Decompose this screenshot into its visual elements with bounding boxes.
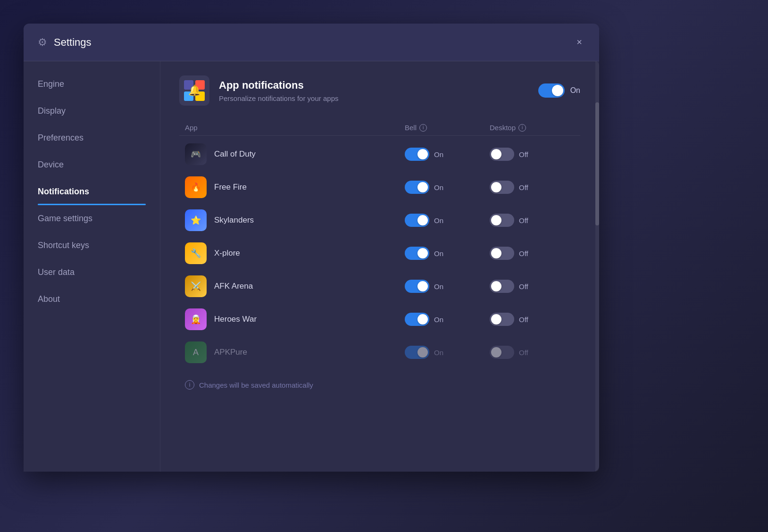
scroll-thumb <box>595 102 599 225</box>
col-bell: Bell i <box>405 124 490 132</box>
app-name-afk: AFK Arena <box>214 282 253 291</box>
bell-toggle-afk-thumb <box>417 281 428 291</box>
sidebar-item-engine[interactable]: Engine <box>24 71 160 98</box>
desktop-toggle-cell-xpl: Off <box>490 247 575 260</box>
app-name-cod: Call of Duty <box>214 150 256 159</box>
desktop-toggle-hw[interactable] <box>490 313 514 326</box>
desktop-toggle-sky-thumb <box>491 215 501 225</box>
table-row: 🔧X-ploreOnOff <box>179 237 580 270</box>
bell-toggle-xpl[interactable] <box>405 247 429 260</box>
app-rows-container: 🎮Call of DutyOnOff🔥Free FireOnOff⭐Skylan… <box>179 138 580 369</box>
close-button[interactable]: × <box>574 34 585 50</box>
sidebar-item-user-data[interactable]: User data <box>24 259 160 286</box>
desktop-toggle-cell-cod: Off <box>490 148 575 161</box>
bell-toggle-cod-thumb <box>417 149 428 159</box>
bell-toggle-cell-ff: On <box>405 181 490 194</box>
bell-toggle-apk-track <box>405 346 429 359</box>
bell-info-icon: i <box>419 124 427 132</box>
main-content: 🔔 App notifications Personalize notifica… <box>160 61 599 472</box>
scrollbar[interactable] <box>595 61 599 472</box>
modal-header: ⚙ Settings × <box>24 24 599 61</box>
bell-toggle-cod-track <box>405 148 429 161</box>
bell-toggle-ff[interactable] <box>405 181 429 194</box>
desktop-toggle-afk[interactable] <box>490 280 514 293</box>
footer-note: i Changes will be saved automatically <box>179 380 580 390</box>
desktop-toggle-ff[interactable] <box>490 181 514 194</box>
desktop-toggle-hw-track <box>490 313 514 326</box>
bell-toggle-afk[interactable] <box>405 280 429 293</box>
bell-toggle-label-sky: On <box>434 216 446 224</box>
desktop-toggle-hw-thumb <box>491 314 501 324</box>
bell-toggle-afk-track <box>405 280 429 293</box>
bell-toggle-cell-xpl: On <box>405 247 490 260</box>
app-info-ff: 🔥Free Fire <box>185 176 405 198</box>
desktop-toggle-label-ff: Off <box>519 183 531 191</box>
desktop-toggle-label-apk: Off <box>519 349 531 357</box>
app-info-hw: 🧝Heroes War <box>185 308 405 330</box>
bell-toggle-cod[interactable] <box>405 148 429 161</box>
footer-note-text: Changes will be saved automatically <box>199 381 313 389</box>
table-row: AAPKPureOnOff <box>179 336 580 369</box>
desktop-toggle-label-cod: Off <box>519 150 531 158</box>
bell-toggle-hw[interactable] <box>405 313 429 326</box>
bell-toggle-hw-track <box>405 313 429 326</box>
table-header: App Bell i Desktop i <box>179 120 580 136</box>
app-name-hw: Heroes War <box>214 315 257 324</box>
col-desktop: Desktop i <box>490 124 575 132</box>
desktop-toggle-afk-track <box>490 280 514 293</box>
desktop-toggle-label-sky: Off <box>519 216 531 224</box>
sidebar-item-device[interactable]: Device <box>24 151 160 178</box>
sidebar-item-display[interactable]: Display <box>24 98 160 125</box>
bell-toggle-apk[interactable] <box>405 346 429 359</box>
bell-toggle-hw-thumb <box>417 314 428 324</box>
desktop-toggle-xpl-thumb <box>491 248 501 258</box>
bell-toggle-label-ff: On <box>434 183 446 191</box>
sidebar-item-about[interactable]: About <box>24 286 160 313</box>
desktop-toggle-apk[interactable] <box>490 346 514 359</box>
bell-toggle-label-cod: On <box>434 150 446 158</box>
desktop-toggle-label-xpl: Off <box>519 249 531 258</box>
modal-title: Settings <box>54 36 574 49</box>
bell-toggle-label-apk: On <box>434 349 446 357</box>
settings-modal: ⚙ Settings × EngineDisplayPreferencesDev… <box>24 24 599 472</box>
desktop-toggle-sky[interactable] <box>490 214 514 227</box>
app-info-sky: ⭐Skylanders <box>185 209 405 231</box>
master-toggle-area: On <box>538 83 580 98</box>
table-row: ⚔️AFK ArenaOnOff <box>179 270 580 303</box>
bell-toggle-sky-thumb <box>417 215 428 225</box>
app-icon-xpl: 🔧 <box>185 242 207 264</box>
bell-toggle-cell-afk: On <box>405 280 490 293</box>
app-icon-apk: A <box>185 341 207 363</box>
bell-toggle-ff-track <box>405 181 429 194</box>
sidebar-item-notifications[interactable]: Notifications <box>24 178 160 205</box>
table-row: 🧝Heroes WarOnOff <box>179 303 580 336</box>
app-name-sky: Skylanders <box>214 216 254 225</box>
desktop-toggle-xpl[interactable] <box>490 247 514 260</box>
desktop-toggle-apk-thumb <box>491 347 501 357</box>
bell-toggle-apk-thumb <box>417 347 428 357</box>
notifications-title-area: App notifications Personalize notificati… <box>219 79 538 102</box>
sidebar-item-game-settings[interactable]: Game settings <box>24 205 160 232</box>
bell-toggle-sky[interactable] <box>405 214 429 227</box>
sidebar-item-preferences[interactable]: Preferences <box>24 125 160 151</box>
bell-toggle-cell-cod: On <box>405 148 490 161</box>
app-icon-sky: ⭐ <box>185 209 207 231</box>
app-name-ff: Free Fire <box>214 183 247 192</box>
desktop-toggle-cod[interactable] <box>490 148 514 161</box>
modal-body: EngineDisplayPreferencesDeviceNotificati… <box>24 61 599 472</box>
master-toggle[interactable] <box>538 83 565 98</box>
notifications-icon-box: 🔔 <box>179 75 209 106</box>
desktop-toggle-ff-thumb <box>491 182 501 192</box>
master-toggle-track <box>538 83 565 98</box>
bell-toggle-cell-apk: On <box>405 346 490 359</box>
app-name-apk: APKPure <box>214 348 247 357</box>
desktop-toggle-apk-track <box>490 346 514 359</box>
desktop-toggle-cell-sky: Off <box>490 214 575 227</box>
notifications-title: App notifications <box>219 79 538 91</box>
sidebar-item-shortcut-keys[interactable]: Shortcut keys <box>24 232 160 259</box>
app-info-afk: ⚔️AFK Arena <box>185 275 405 297</box>
app-info-xpl: 🔧X-plore <box>185 242 405 264</box>
table-row: 🔥Free FireOnOff <box>179 171 580 204</box>
app-icon-hw: 🧝 <box>185 308 207 330</box>
app-icon-cod: 🎮 <box>185 143 207 165</box>
